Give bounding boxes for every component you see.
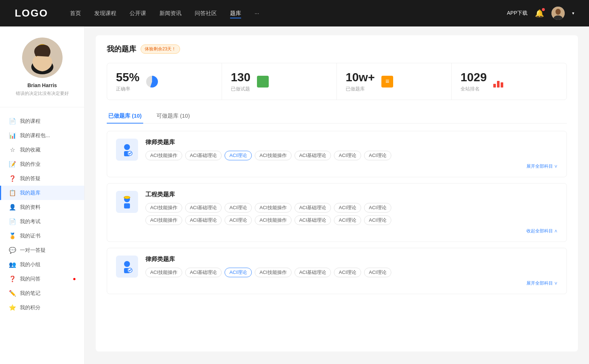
tutoring-icon: 💬 <box>9 247 16 254</box>
qbank-card-lawyer-1: 律师类题库 ACI技能操作 ACI基础理论 ACI理论 ACI技能操作 ACI基… <box>107 131 567 177</box>
nav-news[interactable]: 新闻资讯 <box>159 8 181 18</box>
sidebar-item-tutoring[interactable]: 💬 一对一答疑 <box>0 243 84 257</box>
nav-qa[interactable]: 问答社区 <box>195 8 217 18</box>
eng-tag-9[interactable]: ACI理论 <box>225 215 252 225</box>
eng-tag-0[interactable]: ACI技能操作 <box>145 203 182 213</box>
stat-banks-label: 已做题库 <box>346 86 375 92</box>
sidebar-questionbank-label: 我的题库 <box>20 190 75 196</box>
qbank-expand-lawyer-1[interactable]: 展开全部科目 ∨ <box>145 163 558 169</box>
exam-icon: 📄 <box>9 218 16 225</box>
user-menu-chevron[interactable]: ▾ <box>572 11 574 16</box>
qa-icon: ❓ <box>9 175 16 182</box>
sidebar-avatar <box>22 38 63 78</box>
eng-tag-8[interactable]: ACI基础理论 <box>185 215 222 225</box>
eng-tag-11[interactable]: ACI基础理论 <box>294 215 331 225</box>
qbank-title-lawyer-2: 律师类题库 <box>145 256 558 263</box>
nav-more[interactable]: ··· <box>254 8 259 18</box>
law2-tag-4[interactable]: ACI基础理论 <box>294 268 331 277</box>
sidebar-profile: Brian Harris 错误的决定比没有决定要好 <box>0 26 84 104</box>
qbank-tag-1[interactable]: ACI基础理论 <box>185 151 222 160</box>
law2-tag-6[interactable]: ACI理论 <box>364 268 391 277</box>
nav-links: 首页 发现课程 公开课 新闻资讯 问答社区 题库 ··· <box>70 8 507 18</box>
eng-tag-12[interactable]: ACI理论 <box>334 215 361 225</box>
page-header: 我的题库 体验剩余23天！ <box>107 44 567 54</box>
sidebar-item-qa[interactable]: ❓ 我的答疑 <box>0 171 84 186</box>
ranking-bar-icon <box>493 75 506 88</box>
main-inner: 我的题库 体验剩余23天！ 55% 正确率 <box>96 35 578 351</box>
qbank-card-lawyer-2: 律师类题库 ACI技能操作 ACI基础理论 ACI理论 ACI技能操作 ACI基… <box>107 248 567 294</box>
law2-tag-5[interactable]: ACI理论 <box>334 268 361 277</box>
eng-tag-5[interactable]: ACI理论 <box>334 203 361 213</box>
sidebar-item-course-pack[interactable]: 📊 我的课程包... <box>0 128 84 143</box>
notification-bell[interactable]: 🔔 <box>535 9 544 18</box>
eng-tag-6[interactable]: ACI理论 <box>364 203 391 213</box>
law2-tag-2[interactable]: ACI理论 <box>225 268 252 277</box>
app-download-button[interactable]: APP下载 <box>507 10 528 17</box>
qbank-tag-0[interactable]: ACI技能操作 <box>145 151 182 160</box>
questions-list-icon <box>256 75 269 88</box>
myqa-dot <box>73 278 75 280</box>
nav-home[interactable]: 首页 <box>70 8 81 18</box>
homework-icon: 📝 <box>9 161 16 168</box>
qbank-tag-3[interactable]: ACI技能操作 <box>255 151 292 160</box>
svg-point-16 <box>124 261 130 267</box>
eng-tag-1[interactable]: ACI基础理论 <box>185 203 222 213</box>
bar-2 <box>497 81 500 88</box>
eng-tag-13[interactable]: ACI理论 <box>364 215 391 225</box>
law2-tag-0[interactable]: ACI技能操作 <box>145 268 182 277</box>
eng-tag-2[interactable]: ACI理论 <box>225 203 252 213</box>
trial-badge: 体验剩余23天！ <box>141 44 180 54</box>
eng-tag-7[interactable]: ACI技能操作 <box>145 215 182 225</box>
qbank-tag-6[interactable]: ACI理论 <box>364 151 391 160</box>
course-icon: 📄 <box>9 118 16 125</box>
tab-available[interactable]: 可做题库 (10) <box>155 109 191 123</box>
accuracy-chart-icon <box>145 75 159 88</box>
eng-tag-4[interactable]: ACI基础理论 <box>294 203 331 213</box>
tab-done[interactable]: 已做题库 (10) <box>107 109 143 123</box>
stat-ranking: 1029 全站排名 <box>452 63 567 100</box>
nav-discover[interactable]: 发现课程 <box>94 8 116 18</box>
sidebar-item-group[interactable]: 👥 我的小组 <box>0 257 84 272</box>
sidebar-points-label: 我的积分 <box>20 304 75 311</box>
lawyer-icon-2 <box>120 259 134 274</box>
layout: Brian Harris 错误的决定比没有决定要好 📄 我的课程 📊 我的课程包… <box>0 26 589 364</box>
sidebar-item-notes[interactable]: ✏️ 我的笔记 <box>0 286 84 300</box>
qbank-card-engineer: 工程类题库 ACI技能操作 ACI基础理论 ACI理论 ACI技能操作 ACI基… <box>107 183 567 242</box>
qbank-icon-lawyer-1 <box>116 139 138 161</box>
bar-1 <box>493 84 496 88</box>
stat-banks-text: 10w+ 已做题库 <box>346 71 375 92</box>
sidebar-item-profile[interactable]: 👤 我的资料 <box>0 200 84 214</box>
pie-chart <box>146 76 158 88</box>
qbank-tag-2[interactable]: ACI理论 <box>225 151 252 160</box>
sidebar-username: Brian Harris <box>27 82 57 88</box>
qbank-tag-4[interactable]: ACI基础理论 <box>294 151 331 160</box>
sidebar-item-myqa[interactable]: ❓ 我的问答 <box>0 272 84 286</box>
sidebar-item-certificate[interactable]: 🏅 我的证书 <box>0 229 84 243</box>
sidebar-item-exam[interactable]: 📄 我的考试 <box>0 214 84 229</box>
certificate-icon: 🏅 <box>9 232 16 239</box>
law2-tag-1[interactable]: ACI基础理论 <box>185 268 222 277</box>
stat-ranking-value: 1029 <box>461 71 487 84</box>
eng-tag-10[interactable]: ACI技能操作 <box>255 215 292 225</box>
eng-tag-3[interactable]: ACI技能操作 <box>255 203 292 213</box>
stat-banks-value: 10w+ <box>346 71 375 84</box>
nav-opencourse[interactable]: 公开课 <box>130 8 146 18</box>
qbank-expand-lawyer-2[interactable]: 展开全部科目 ∨ <box>145 280 558 286</box>
svg-rect-13 <box>124 203 130 208</box>
qbank-tag-5[interactable]: ACI理论 <box>334 151 361 160</box>
stat-banks-done: 10w+ 已做题库 ≡ <box>337 63 452 100</box>
avatar[interactable] <box>551 7 565 20</box>
nav-questions[interactable]: 题库 <box>230 8 241 18</box>
sidebar-item-homework[interactable]: 📝 我的作业 <box>0 157 84 171</box>
sidebar-item-questionbank[interactable]: 📋 我的题库 <box>0 186 84 200</box>
qbank-collapse-engineer[interactable]: 收起全部科目 ∧ <box>145 228 558 234</box>
sidebar-item-favorites[interactable]: ☆ 我的收藏 <box>0 143 84 157</box>
law2-tag-3[interactable]: ACI技能操作 <box>255 268 292 277</box>
qbank-title-lawyer-1: 律师类题库 <box>145 139 558 146</box>
svg-point-8 <box>124 144 130 150</box>
sidebar-item-points[interactable]: ⭐ 我的积分 <box>0 300 84 315</box>
questionbank-icon: 📋 <box>9 189 16 196</box>
sidebar-item-course[interactable]: 📄 我的课程 <box>0 114 84 128</box>
list-icon <box>257 76 269 88</box>
sidebar: Brian Harris 错误的决定比没有决定要好 📄 我的课程 📊 我的课程包… <box>0 26 85 364</box>
